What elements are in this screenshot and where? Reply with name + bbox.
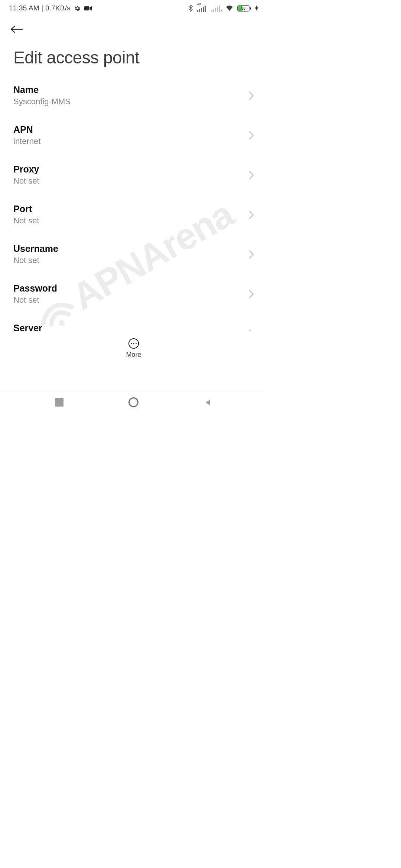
more-button[interactable]: More <box>0 331 267 365</box>
field-value: Not set <box>13 256 239 265</box>
signal-sim2-icon: ✕ <box>211 4 222 12</box>
system-nav-bar <box>0 390 267 414</box>
svg-rect-1 <box>84 6 89 10</box>
chevron-right-icon <box>249 91 254 100</box>
field-title: Name <box>13 85 239 95</box>
status-bar: 11:35 AM | 0.7KB/s 4G ✕ <box>0 0 267 16</box>
field-title: Username <box>13 243 239 254</box>
nav-home-button[interactable] <box>128 397 138 407</box>
apn-field-port[interactable]: Port Not set <box>13 195 254 234</box>
apn-field-proxy[interactable]: Proxy Not set <box>13 155 254 195</box>
apn-field-name[interactable]: Name Sysconfig-MMS <box>13 76 254 115</box>
nav-recents-button[interactable] <box>55 398 63 407</box>
page-title: Edit access point <box>10 47 257 68</box>
arrow-left-icon <box>10 25 23 34</box>
chevron-right-icon <box>249 131 254 140</box>
chevron-right-icon <box>249 210 254 219</box>
field-title: Port <box>13 204 239 214</box>
gear-icon <box>74 5 81 11</box>
field-value: Not set <box>13 176 239 186</box>
field-title: APN <box>13 124 239 135</box>
field-value: Not set <box>13 216 239 226</box>
apn-field-password[interactable]: Password Not set <box>13 274 254 314</box>
back-button[interactable] <box>10 21 27 38</box>
bluetooth-icon <box>188 4 193 12</box>
field-value: Not set <box>13 295 239 305</box>
wifi-icon <box>225 5 234 11</box>
apn-field-username[interactable]: Username Not set <box>13 234 254 274</box>
chevron-right-icon <box>249 250 254 259</box>
chevron-right-icon <box>249 171 254 180</box>
nav-back-button[interactable] <box>203 398 212 407</box>
status-time: 11:35 AM | 0.7KB/s <box>9 4 71 12</box>
field-title: Password <box>13 283 239 294</box>
more-label: More <box>126 351 141 359</box>
charging-bolt-icon <box>255 5 258 11</box>
apn-field-apn[interactable]: APN internet <box>13 115 254 155</box>
chevron-right-icon <box>249 290 254 299</box>
field-title: Proxy <box>13 164 239 175</box>
field-value: internet <box>13 137 239 146</box>
signal-sim1-icon: 4G <box>197 4 208 12</box>
field-value: Sysconfig-MMS <box>13 97 239 106</box>
more-dots-icon <box>128 338 139 349</box>
video-camera-icon <box>84 6 92 11</box>
battery-indicator: 38 <box>237 5 251 11</box>
